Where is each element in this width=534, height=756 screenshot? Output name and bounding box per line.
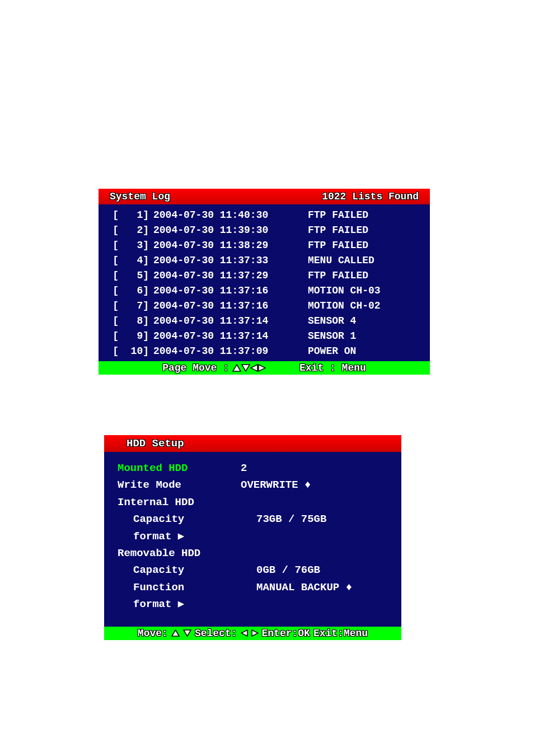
internal-capacity-value: 73GB / 75GB	[256, 511, 326, 528]
log-row[interactable]: [ 8] 2004-07-30 11:37:14 SENSOR 4	[104, 314, 424, 329]
removable-hdd-row: Removable HDD	[118, 545, 390, 562]
move-label: Move:	[138, 628, 168, 639]
svg-marker-2	[251, 365, 257, 371]
arrow-right-icon: ▶	[178, 598, 184, 610]
log-index: [ 8]	[104, 314, 149, 329]
log-event: MENU CALLED	[299, 253, 374, 268]
log-event: POWER ON	[299, 344, 356, 359]
log-datetime: 2004-07-30 11:39:30	[149, 223, 299, 238]
log-datetime: 2004-07-30 11:37:29	[149, 268, 299, 283]
log-index: [ 9]	[104, 329, 149, 344]
removable-hdd-label: Removable HDD	[118, 545, 241, 562]
arrow-right-icon	[251, 629, 259, 637]
log-datetime: 2004-07-30 11:37:14	[149, 329, 299, 344]
svg-marker-6	[241, 630, 247, 636]
log-datetime: 2004-07-30 11:38:29	[149, 238, 299, 253]
enter-label: Enter:OK	[262, 628, 310, 639]
log-row[interactable]: [ 7] 2004-07-30 11:37:16 MOTION CH-02	[104, 298, 424, 314]
system-log-title: System Log	[110, 191, 170, 202]
system-log-header: System Log 1022 Lists Found	[99, 189, 430, 204]
function-label: Function	[118, 579, 256, 596]
svg-marker-0	[233, 365, 241, 371]
system-log-panel: System Log 1022 Lists Found [ 1] 2004-07…	[99, 189, 430, 375]
log-event: FTP FAILED	[299, 223, 368, 238]
log-index: [ 4]	[104, 253, 149, 268]
log-row[interactable]: [ 1] 2004-07-30 11:40:30 FTP FAILED	[104, 208, 424, 223]
function-row[interactable]: Function MANUAL BACKUP ♦	[118, 579, 390, 596]
log-event: FTP FAILED	[299, 208, 368, 223]
log-index: [ 7]	[104, 298, 149, 314]
removable-capacity-label: Capacity	[118, 562, 256, 578]
removable-format-row[interactable]: format ▶	[118, 596, 390, 613]
internal-format-row[interactable]: format ▶	[118, 528, 390, 545]
log-event: SENSOR 1	[299, 329, 356, 344]
hdd-setup-header: HDD Setup	[104, 435, 401, 452]
log-datetime: 2004-07-30 11:37:09	[149, 344, 299, 359]
arrow-left-icon	[250, 364, 258, 372]
arrow-down-icon	[241, 364, 250, 372]
log-event: SENSOR 4	[299, 314, 356, 329]
log-event: MOTION CH-03	[299, 283, 381, 298]
log-row[interactable]: [ 5] 2004-07-30 11:37:29 FTP FAILED	[104, 268, 424, 283]
log-row[interactable]: [ 2] 2004-07-30 11:39:30 FTP FAILED	[104, 223, 424, 238]
updown-icon: ♦	[305, 479, 311, 491]
internal-hdd-label: Internal HDD	[118, 494, 241, 511]
log-row[interactable]: [ 10] 2004-07-30 11:37:09 POWER ON	[104, 344, 424, 359]
log-index: [ 10]	[104, 344, 149, 359]
system-log-body: [ 1] 2004-07-30 11:40:30 FTP FAILED [ 2]…	[99, 204, 430, 361]
log-event: FTP FAILED	[299, 238, 368, 253]
write-mode-label: Write Mode	[118, 477, 241, 493]
exit-label: Exit : Menu	[299, 362, 366, 374]
log-datetime: 2004-07-30 11:37:16	[149, 283, 299, 298]
function-value: MANUAL BACKUP ♦	[256, 579, 352, 596]
log-row[interactable]: [ 4] 2004-07-30 11:37:33 MENU CALLED	[104, 253, 424, 268]
arrow-up-icon	[171, 629, 180, 637]
arrow-right-icon	[258, 364, 266, 372]
svg-marker-1	[242, 365, 250, 371]
page-move-label: Page Move :	[162, 362, 229, 374]
log-datetime: 2004-07-30 11:40:30	[149, 208, 299, 223]
internal-capacity-label: Capacity	[118, 511, 256, 528]
mounted-hdd-label: Mounted HDD	[118, 460, 241, 477]
arrow-down-icon	[183, 629, 191, 637]
hdd-setup-footer: Move: Select: Enter:OK Exit:Menu	[104, 627, 401, 640]
select-label: Select:	[195, 628, 237, 639]
log-index: [ 3]	[104, 238, 149, 253]
removable-capacity-row: Capacity 0GB / 76GB	[118, 562, 390, 578]
arrow-right-icon: ▶	[178, 530, 184, 543]
log-index: [ 2]	[104, 223, 149, 238]
mounted-hdd-row[interactable]: Mounted HDD 2	[118, 460, 390, 477]
svg-marker-3	[259, 365, 265, 371]
write-mode-value: OVERWRITE ♦	[241, 477, 311, 493]
log-row[interactable]: [ 6] 2004-07-30 11:37:16 MOTION CH-03	[104, 283, 424, 298]
log-datetime: 2004-07-30 11:37:14	[149, 314, 299, 329]
svg-marker-5	[184, 630, 191, 636]
log-row[interactable]: [ 9] 2004-07-30 11:37:14 SENSOR 1	[104, 329, 424, 344]
mounted-hdd-value: 2	[241, 460, 247, 477]
hdd-setup-body: Mounted HDD 2 Write Mode OVERWRITE ♦ Int…	[104, 452, 401, 627]
removable-capacity-value: 0GB / 76GB	[256, 562, 320, 578]
hdd-setup-title: HDD Setup	[127, 437, 184, 450]
log-index: [ 1]	[104, 208, 149, 223]
log-event: FTP FAILED	[299, 268, 368, 283]
internal-hdd-row: Internal HDD	[118, 494, 390, 511]
log-index: [ 5]	[104, 268, 149, 283]
log-event: MOTION CH-02	[299, 298, 381, 314]
internal-capacity-row: Capacity 73GB / 75GB	[118, 511, 390, 528]
internal-format-label: format ▶	[118, 528, 256, 545]
log-index: [ 6]	[104, 283, 149, 298]
hdd-setup-panel: HDD Setup Mounted HDD 2 Write Mode OVERW…	[104, 435, 401, 640]
svg-marker-4	[172, 630, 179, 636]
svg-marker-7	[252, 630, 258, 636]
write-mode-row[interactable]: Write Mode OVERWRITE ♦	[118, 477, 390, 493]
log-row[interactable]: [ 3] 2004-07-30 11:38:29 FTP FAILED	[104, 238, 424, 253]
removable-format-label: format ▶	[118, 596, 256, 613]
arrow-left-icon	[241, 629, 248, 637]
system-log-count: 1022 Lists Found	[322, 191, 419, 202]
system-log-footer: Page Move : Exit : Menu	[99, 361, 430, 375]
log-datetime: 2004-07-30 11:37:16	[149, 298, 299, 314]
exit-label: Exit:Menu	[313, 628, 368, 639]
arrow-up-icon	[232, 364, 241, 372]
updown-icon: ♦	[346, 581, 352, 594]
log-datetime: 2004-07-30 11:37:33	[149, 253, 299, 268]
